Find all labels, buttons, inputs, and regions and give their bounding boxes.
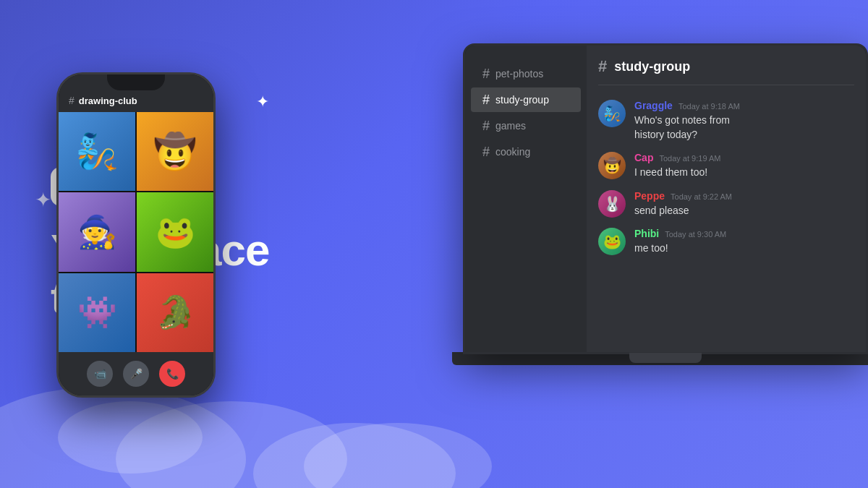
channel-pet-photos[interactable]: # pet-photos xyxy=(471,61,581,86)
chat-header-hash-icon: # xyxy=(598,57,607,76)
avatar-graggle: 🧞 xyxy=(598,100,626,127)
avatar-peppe: 🐰 xyxy=(598,190,626,218)
channel-study-group[interactable]: # study-group xyxy=(471,87,581,112)
message-time-1: Today at 9:18 AM xyxy=(678,102,740,111)
phone-screen: # drawing-club 🧞 🤠 🧙 🐸 👾 🐊 📹 xyxy=(59,74,213,395)
channels-sidebar: # pet-photos # study-group # games # coo… xyxy=(465,46,587,352)
message-author-cap: Cap xyxy=(634,152,653,163)
plus-decoration-icon: ✦ xyxy=(35,188,51,212)
phone-channel-name: drawing-club xyxy=(79,95,137,106)
end-call-button[interactable]: 📞 xyxy=(159,361,185,387)
message-content-3: Peppe Today at 9:22 AM send please xyxy=(634,190,732,218)
message-meta-4: Phibi Today at 9:30 AM xyxy=(634,228,726,239)
channel-cooking[interactable]: # cooking xyxy=(471,140,581,164)
phone-mockup: # drawing-club 🧞 🤠 🧙 🐸 👾 🐊 📹 xyxy=(56,72,216,398)
message-content-2: Cap Today at 9:19 AM I need them too! xyxy=(634,152,720,180)
phone-notch xyxy=(107,74,165,90)
message-4: 🐸 Phibi Today at 9:30 AM me too! xyxy=(598,228,854,256)
message-time-3: Today at 9:22 AM xyxy=(671,192,732,201)
video-cell-1: 🧞 xyxy=(59,112,135,191)
message-2: 🤠 Cap Today at 9:19 AM I need them too! xyxy=(598,152,854,180)
channel-hash-icon: # xyxy=(482,145,490,158)
message-text-1: Who's got notes fromhistory today? xyxy=(634,114,740,142)
avatar-phibi: 🐸 xyxy=(598,228,626,255)
laptop-screen: # pet-photos # study-group # games # coo… xyxy=(465,46,866,352)
video-cell-4: 🐸 xyxy=(137,192,213,271)
channel-label: study-group xyxy=(495,94,549,106)
video-cell-2: 🤠 xyxy=(137,112,213,191)
channel-hash-icon: # xyxy=(482,93,490,106)
channel-games[interactable]: # games xyxy=(471,114,581,138)
message-meta-2: Cap Today at 9:19 AM xyxy=(634,152,720,163)
laptop-mockup: # pet-photos # study-group # games # coo… xyxy=(463,43,868,354)
message-text-3: send please xyxy=(634,204,732,218)
video-button[interactable]: 📹 xyxy=(87,361,113,387)
phone-channel-hash: # xyxy=(69,95,75,106)
video-cell-6: 🐊 xyxy=(137,273,213,352)
channel-label: cooking xyxy=(495,146,530,158)
message-1: 🧞 Graggle Today at 9:18 AM Who's got not… xyxy=(598,100,854,142)
message-text-2: I need them too! xyxy=(634,166,720,180)
message-3: 🐰 Peppe Today at 9:22 AM send please xyxy=(598,190,854,218)
channel-label: games xyxy=(495,120,526,132)
mute-button[interactable]: 🎤 xyxy=(123,361,149,387)
channel-hash-icon: # xyxy=(482,119,490,132)
message-meta-3: Peppe Today at 9:22 AM xyxy=(634,190,732,202)
message-author-graggle: Graggle xyxy=(634,100,673,111)
video-cell-5: 👾 xyxy=(59,273,135,352)
message-list: 🧞 Graggle Today at 9:18 AM Who's got not… xyxy=(598,100,854,341)
message-time-4: Today at 9:30 AM xyxy=(665,230,726,239)
message-author-peppe: Peppe xyxy=(634,190,665,202)
message-content-1: Graggle Today at 9:18 AM Who's got notes… xyxy=(634,100,740,142)
message-meta-1: Graggle Today at 9:18 AM xyxy=(634,100,740,111)
channel-label: pet-photos xyxy=(495,68,543,80)
avatar-cap: 🤠 xyxy=(598,152,626,179)
message-content-4: Phibi Today at 9:30 AM me too! xyxy=(634,228,726,256)
video-grid: 🧞 🤠 🧙 🐸 👾 🐊 xyxy=(59,112,213,352)
message-text-4: me too! xyxy=(634,241,726,256)
chat-area: # study-group 🧞 Graggle Today at 9:18 AM… xyxy=(587,46,866,352)
channel-hash-icon: # xyxy=(482,67,490,80)
sparkle-decoration: ✦ xyxy=(256,93,269,111)
phone-controls: 📹 🎤 📞 xyxy=(59,352,213,395)
chat-header: # study-group xyxy=(598,57,854,85)
laptop-camera-notch xyxy=(629,353,702,363)
message-author-phibi: Phibi xyxy=(634,228,659,239)
chat-header-title: study-group xyxy=(614,59,690,74)
video-cell-3: 🧙 xyxy=(59,192,135,271)
message-time-2: Today at 9:19 AM xyxy=(659,154,720,163)
